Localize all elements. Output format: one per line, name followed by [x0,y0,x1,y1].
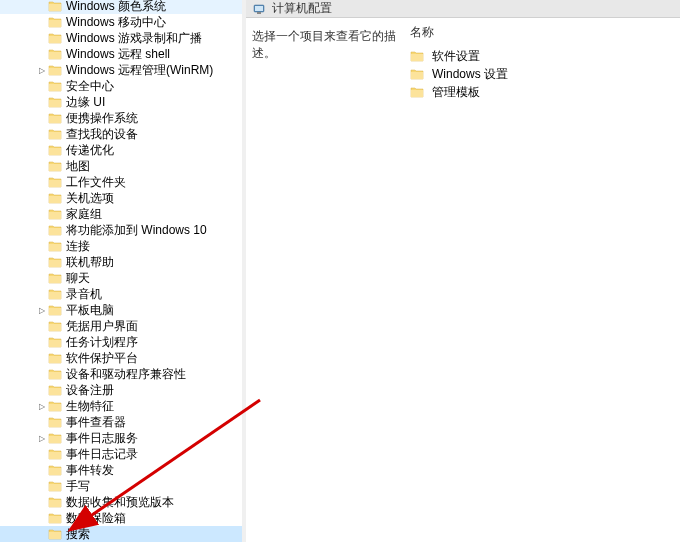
list-item[interactable]: 管理模板 [408,83,680,101]
tree-item[interactable]: Windows 颜色系统 [0,0,242,14]
folder-icon [48,496,62,508]
description-text: 选择一个项目来查看它的描述。 [252,29,396,60]
tree-item[interactable]: 边缘 UI [0,94,242,110]
tree-item[interactable]: ▷生物特征 [0,398,242,414]
folder-icon [48,208,62,220]
tree-item[interactable]: 设备注册 [0,382,242,398]
folder-icon [48,480,62,492]
tree-item[interactable]: Windows 移动中心 [0,14,242,30]
tree-item[interactable]: 关机选项 [0,190,242,206]
list-item[interactable]: Windows 设置 [408,65,680,83]
folder-icon [48,64,62,76]
folder-icon [48,112,62,124]
tree-item[interactable]: Windows 游戏录制和广播 [0,30,242,46]
tree-item[interactable]: ▷Windows 远程管理(WinRM) [0,62,242,78]
tree-item[interactable]: 凭据用户界面 [0,318,242,334]
folder-icon [48,272,62,284]
content-header-title: 计算机配置 [272,0,332,17]
tree-item-label: 安全中心 [66,78,114,94]
tree-item[interactable]: 将功能添加到 Windows 10 [0,222,242,238]
tree-item[interactable]: 工作文件夹 [0,174,242,190]
list-item[interactable]: 软件设置 [408,47,680,65]
list-item-label: 软件设置 [432,48,480,65]
folder-icon [48,48,62,60]
tree-item[interactable]: 聊天 [0,270,242,286]
folder-icon [48,32,62,44]
tree-item[interactable]: 事件转发 [0,462,242,478]
expander-icon[interactable]: ▷ [36,304,48,316]
folder-icon [48,256,62,268]
tree-item-label: 联机帮助 [66,254,114,270]
tree-item-label: 事件转发 [66,462,114,478]
expander-icon[interactable]: ▷ [36,400,48,412]
folder-icon [48,320,62,332]
tree-item-label: 生物特征 [66,398,114,414]
folder-icon [48,304,62,316]
tree-item[interactable]: 查找我的设备 [0,126,242,142]
expander-icon[interactable]: ▷ [36,432,48,444]
tree-item[interactable]: 搜索 [0,526,242,542]
folder-icon [48,512,62,524]
tree-item-label: 边缘 UI [66,94,105,110]
tree-item[interactable]: 设备和驱动程序兼容性 [0,366,242,382]
folder-icon [48,528,62,540]
folder-icon [410,86,424,98]
tree-item[interactable]: 传递优化 [0,142,242,158]
computer-config-icon [252,2,266,16]
tree-pane[interactable]: Windows 可靠性分析Windows 客户体验改善计划Windows 日历W… [0,0,242,542]
list-column: 名称 软件设置Windows 设置管理模板 [408,18,680,542]
tree-item[interactable]: Windows 远程 shell [0,46,242,62]
list-item-label: 管理模板 [432,84,480,101]
svg-rect-1 [255,6,263,11]
folder-icon [48,432,62,444]
list-item-label: Windows 设置 [432,66,508,83]
folder-icon [48,448,62,460]
folder-icon [48,144,62,156]
tree-item[interactable]: 数据收集和预览版本 [0,494,242,510]
tree-item[interactable]: 手写 [0,478,242,494]
folder-icon [48,80,62,92]
folder-icon [48,128,62,140]
folder-icon [48,352,62,364]
tree-item-label: 事件日志服务 [66,430,138,446]
folder-icon [410,50,424,62]
folder-icon [48,400,62,412]
tree-item[interactable]: 便携操作系统 [0,110,242,126]
tree-item-label: 连接 [66,238,90,254]
tree-item-label: 数字保险箱 [66,510,126,526]
tree-item-label: 搜索 [66,526,90,542]
folder-icon [48,288,62,300]
column-header-name[interactable]: 名称 [408,24,680,47]
tree-item[interactable]: 录音机 [0,286,242,302]
tree-item-label: 任务计划程序 [66,334,138,350]
folder-icon [48,192,62,204]
tree-item-label: Windows 远程管理(WinRM) [66,62,213,78]
tree-item[interactable]: 事件查看器 [0,414,242,430]
tree-item[interactable]: 安全中心 [0,78,242,94]
tree-item-label: 事件日志记录 [66,446,138,462]
tree-item[interactable]: 数字保险箱 [0,510,242,526]
content-header: 计算机配置 [246,0,680,18]
tree-item[interactable]: 联机帮助 [0,254,242,270]
expander-icon[interactable]: ▷ [36,64,48,76]
tree-item[interactable]: 任务计划程序 [0,334,242,350]
tree-item-label: 查找我的设备 [66,126,138,142]
tree-item[interactable]: 家庭组 [0,206,242,222]
content-pane: 计算机配置 选择一个项目来查看它的描述。 名称 软件设置Windows 设置管理… [246,0,680,542]
tree-item[interactable]: 连接 [0,238,242,254]
folder-icon [48,96,62,108]
folder-icon [48,336,62,348]
tree-item-label: 便携操作系统 [66,110,138,126]
tree-item-label: Windows 移动中心 [66,14,166,30]
tree-item-label: 手写 [66,478,90,494]
tree-item-label: 平板电脑 [66,302,114,318]
folder-icon [48,160,62,172]
tree-item[interactable]: 地图 [0,158,242,174]
tree-item[interactable]: 事件日志记录 [0,446,242,462]
folder-icon [48,368,62,380]
folder-icon [48,416,62,428]
tree-item[interactable]: 软件保护平台 [0,350,242,366]
folder-icon [48,224,62,236]
tree-item[interactable]: ▷事件日志服务 [0,430,242,446]
tree-item[interactable]: ▷平板电脑 [0,302,242,318]
